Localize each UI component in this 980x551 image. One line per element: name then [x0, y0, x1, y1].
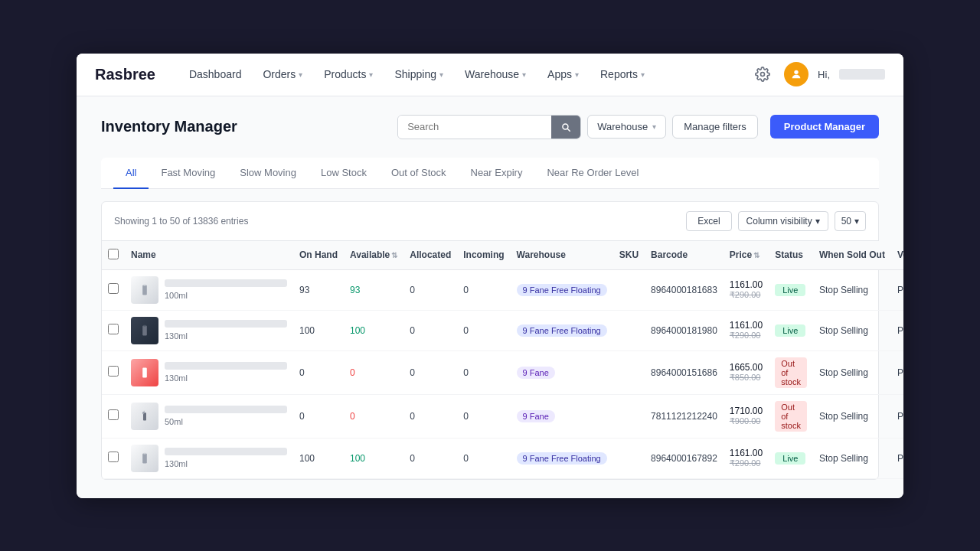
row-allocated: 0 — [403, 269, 457, 310]
apps-chevron-icon: ▾ — [575, 70, 579, 79]
svg-point-0 — [761, 73, 765, 77]
nav-warehouse-label: Warehouse — [465, 68, 519, 80]
search-icon — [560, 122, 571, 132]
header-name: Name — [125, 241, 293, 270]
product-variant: 130ml — [165, 331, 287, 341]
tab-near-reorder[interactable]: Near Re Order Level — [534, 158, 651, 189]
nav-item-apps[interactable]: Apps ▾ — [538, 62, 588, 86]
tab-all[interactable]: All — [113, 158, 149, 189]
row-vendor: Plushr — [891, 438, 903, 478]
row-checkbox[interactable] — [108, 366, 119, 377]
header-on-hand: On Hand — [293, 241, 344, 270]
row-warehouse: 9 Fane Free Floating — [511, 269, 613, 310]
header-price: Price⇅ — [724, 241, 769, 270]
hi-text: Hi, — [818, 69, 830, 80]
row-vendor: Plushr — [891, 269, 903, 310]
row-when-sold-out: Stop Selling — [813, 350, 891, 394]
row-available: 0 — [344, 350, 403, 394]
product-manager-button[interactable]: Product Manager — [770, 115, 879, 139]
warehouse-chevron-down-icon: ▾ — [652, 122, 656, 131]
nav-item-products[interactable]: Products ▾ — [315, 62, 382, 86]
table-section: Showing 1 to 50 of 13836 entries Excel C… — [101, 201, 879, 480]
warehouse-filter-dropdown[interactable]: Warehouse ▾ — [587, 115, 666, 139]
status-badge: Live — [775, 284, 805, 296]
nav-item-warehouse[interactable]: Warehouse ▾ — [456, 62, 535, 86]
excel-button[interactable]: Excel — [686, 211, 731, 231]
product-variant: 100ml — [165, 291, 287, 300]
row-status: Out of stock — [769, 350, 813, 394]
search-input[interactable] — [398, 116, 551, 138]
tab-near-expiry[interactable]: Near Expiry — [459, 158, 535, 189]
logo: Rasbree — [95, 66, 155, 83]
nav-item-reports[interactable]: Reports ▾ — [591, 62, 654, 86]
row-status: Live — [769, 269, 813, 310]
header-incoming: Incoming — [457, 241, 510, 270]
price-sort-icon: ⇅ — [753, 251, 760, 259]
reports-chevron-icon: ▾ — [641, 70, 645, 79]
svg-rect-9 — [144, 410, 145, 412]
row-warehouse: 9 Fane Free Floating — [511, 438, 613, 478]
row-checkbox-cell — [102, 269, 125, 310]
row-price: 1161.00 ₹290.00 — [724, 269, 769, 310]
per-page-select[interactable]: 50 ▾ — [835, 211, 866, 231]
row-barcode: 8964000167892 — [645, 438, 724, 478]
svg-rect-5 — [143, 324, 145, 326]
nav-reports-label: Reports — [600, 68, 638, 80]
svg-rect-11 — [143, 452, 145, 454]
row-when-sold-out: Stop Selling — [813, 394, 891, 438]
product-variant: 130ml — [165, 459, 287, 468]
row-checkbox[interactable] — [108, 283, 119, 294]
row-checkbox-cell — [102, 310, 125, 350]
row-checkbox-cell — [102, 394, 125, 438]
status-badge: Out of stock — [775, 357, 807, 388]
row-checkbox[interactable] — [108, 409, 119, 420]
shipping-chevron-icon: ▾ — [439, 70, 443, 79]
column-visibility-button[interactable]: Column visibility ▾ — [738, 211, 828, 231]
avatar[interactable] — [784, 62, 808, 86]
row-checkbox[interactable] — [108, 452, 119, 462]
showing-text: Showing 1 to 50 of 13836 entries — [114, 216, 248, 227]
tab-out-of-stock[interactable]: Out of Stock — [379, 158, 459, 189]
tab-slow-moving[interactable]: Slow Moving — [227, 158, 309, 189]
row-sku — [613, 310, 645, 350]
row-barcode: 8964000181683 — [645, 269, 724, 310]
nav-orders-label: Orders — [263, 68, 296, 80]
row-checkbox-cell — [102, 350, 125, 394]
table-actions: Excel Column visibility ▾ 50 ▾ — [686, 211, 866, 231]
row-price: 1161.00 ₹290.00 — [724, 438, 769, 478]
header-available: Available⇅ — [344, 241, 403, 270]
main-content: Inventory Manager Warehouse ▾ Manage fil… — [77, 96, 903, 498]
manage-filters-button[interactable]: Manage filters — [672, 115, 758, 139]
row-incoming: 0 — [457, 350, 510, 394]
row-incoming: 0 — [457, 310, 510, 350]
row-available: 100 — [344, 438, 403, 478]
tabs-bar: All Fast Moving Slow Moving Low Stock Ou… — [101, 158, 879, 189]
product-name-blurred — [165, 320, 287, 328]
row-available: 100 — [344, 310, 403, 350]
search-button[interactable] — [551, 116, 580, 139]
row-name-cell: 50ml — [125, 394, 293, 438]
svg-rect-10 — [142, 453, 147, 463]
tab-low-stock[interactable]: Low Stock — [309, 158, 379, 189]
row-on-hand: 100 — [293, 310, 344, 350]
row-sku — [613, 394, 645, 438]
nav-shipping-label: Shipping — [394, 68, 436, 80]
nav-item-shipping[interactable]: Shipping ▾ — [385, 62, 452, 86]
header-vendor: Vendo — [891, 241, 903, 270]
row-name-cell: 130ml — [125, 350, 293, 394]
row-checkbox[interactable] — [108, 324, 119, 334]
table-row: 130ml 100 100 0 0 9 Fane Free Floating 8… — [102, 310, 903, 350]
settings-icon[interactable] — [750, 62, 775, 86]
header-checkbox-cell — [102, 241, 125, 270]
nav-items: Dashboard Orders ▾ Products ▾ Shipping ▾… — [180, 62, 750, 86]
row-vendor: Plushr — [891, 310, 903, 350]
nav-item-dashboard[interactable]: Dashboard — [180, 62, 251, 86]
nav-item-orders[interactable]: Orders ▾ — [253, 62, 312, 86]
product-variant: 50ml — [165, 417, 287, 426]
svg-rect-6 — [142, 367, 147, 377]
status-badge: Out of stock — [775, 401, 807, 432]
row-allocated: 0 — [403, 350, 457, 394]
row-on-hand: 0 — [293, 350, 344, 394]
select-all-checkbox[interactable] — [108, 249, 119, 259]
tab-fast-moving[interactable]: Fast Moving — [149, 158, 227, 189]
